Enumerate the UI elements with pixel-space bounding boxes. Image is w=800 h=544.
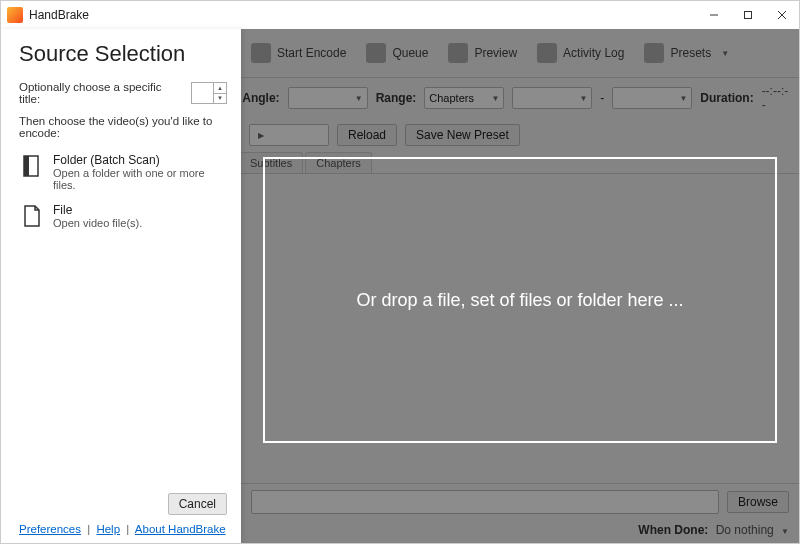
preferences-link[interactable]: Preferences [19,523,81,535]
overlay-dim: Or drop a file, set of files or folder h… [241,29,799,543]
maximize-button[interactable] [731,1,765,29]
source-selection-heading: Source Selection [19,41,227,67]
optional-title-label: Optionally choose a specific title: [19,81,185,105]
source-option-file[interactable]: File Open video file(s). [19,197,227,235]
source-option-folder[interactable]: Folder (Batch Scan) Open a folder with o… [19,147,227,197]
spinner-down-button[interactable]: ▼ [214,94,226,104]
close-button[interactable] [765,1,799,29]
source-selection-overlay: Source Selection Optionally choose a spe… [1,29,799,543]
about-link[interactable]: About HandBrake [135,523,226,535]
drop-zone-text: Or drop a file, set of files or folder h… [356,290,683,311]
title-bar: HandBrake [1,1,799,30]
window-title: HandBrake [29,8,89,22]
footer-links: Preferences | Help | About HandBrake [19,523,227,535]
spinner-up-button[interactable]: ▲ [214,83,226,94]
title-number-input[interactable] [192,83,213,103]
folder-icon [21,153,43,179]
svg-rect-5 [24,156,29,176]
minimize-button[interactable] [697,1,731,29]
source-option-file-title: File [53,203,142,217]
svg-rect-1 [745,12,752,19]
help-link[interactable]: Help [96,523,120,535]
cancel-button[interactable]: Cancel [168,493,227,515]
file-icon [21,203,43,229]
source-selection-panel: Source Selection Optionally choose a spe… [1,29,241,543]
title-number-spinner[interactable]: ▲ ▼ [191,82,227,104]
instruction-text: Then choose the video(s) you'd like to e… [19,115,227,139]
optional-title-row: Optionally choose a specific title: ▲ ▼ [19,81,227,105]
source-option-folder-sub: Open a folder with one or more files. [53,167,225,191]
drop-zone[interactable]: Or drop a file, set of files or folder h… [263,157,777,443]
source-option-folder-title: Folder (Batch Scan) [53,153,225,167]
app-icon [7,7,23,23]
source-option-file-sub: Open video file(s). [53,217,142,229]
